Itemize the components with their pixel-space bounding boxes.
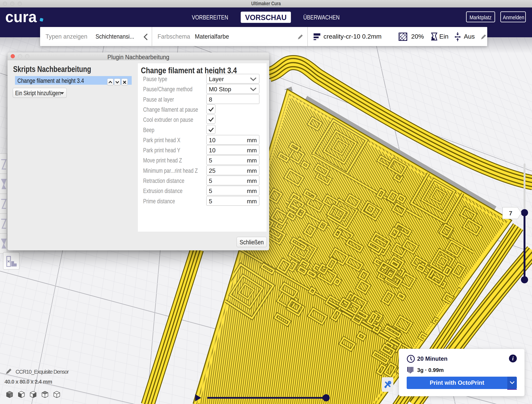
svg-text:7: 7 xyxy=(509,210,512,217)
svg-text:i: i xyxy=(512,355,514,361)
svg-text:CCR10_Exquisite Densor: CCR10_Exquisite Densor xyxy=(16,369,69,375)
svg-text:40.0 x 80.0 x 2.4 mm: 40.0 x 80.0 x 2.4 mm xyxy=(5,379,52,385)
